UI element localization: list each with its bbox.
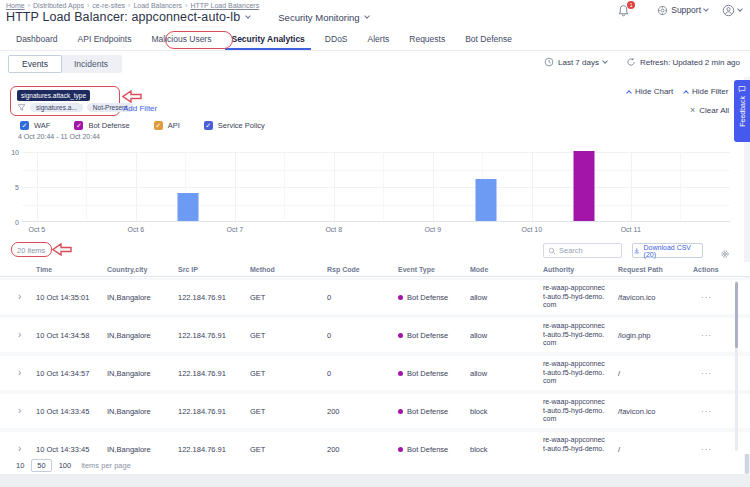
cell-rsp-code: 0 xyxy=(327,369,398,378)
refresh-button[interactable]: Refresh: Updated 2 min ago xyxy=(626,57,740,67)
tab-security-analytics[interactable]: Security Analytics xyxy=(225,30,310,50)
monitoring-mode-select[interactable]: Security Monitoring xyxy=(278,12,368,23)
tab-requests[interactable]: Requests xyxy=(403,30,451,50)
table-row[interactable]: ›10 Oct 14:33:45IN,Bangalore122.184.76.9… xyxy=(0,432,750,454)
incidents-button[interactable]: Incidents xyxy=(60,55,122,73)
row-actions-menu-icon[interactable]: ··· xyxy=(693,445,750,454)
x-axis-tick-label: Oct 5 xyxy=(28,226,45,233)
chevron-down-icon[interactable] xyxy=(245,13,251,19)
user-menu[interactable] xyxy=(722,4,742,17)
items-count-label: 20 items xyxy=(17,246,45,255)
legend-item-waf[interactable]: ✓WAF xyxy=(20,121,50,130)
cell-request-path: /login.php xyxy=(618,331,693,340)
annotation-arrow-filter xyxy=(122,90,142,103)
legend-item-bot-defense[interactable]: ✓Bot Defense xyxy=(74,121,129,130)
breadcrumb-item-http-load-balancers[interactable]: HTTP Load Balancers xyxy=(190,2,259,9)
cell-event-type: Bot Defense xyxy=(398,407,470,416)
notification-bell-icon[interactable]: 1 xyxy=(617,3,631,17)
y-axis-tick-label: 10 xyxy=(6,149,19,156)
table-row[interactable]: ›10 Oct 14:34:58IN,Bangalore122.184.76.9… xyxy=(0,318,750,352)
row-expand-chevron-icon[interactable]: › xyxy=(0,369,36,377)
row-actions-menu-icon[interactable]: ··· xyxy=(693,331,750,340)
table-row[interactable]: ›10 Oct 14:33:45IN,Bangalore122.184.76.9… xyxy=(0,394,750,428)
search-input[interactable] xyxy=(559,246,617,255)
table-row[interactable]: ›10 Oct 14:34:57IN,Bangalore122.184.76.9… xyxy=(0,356,750,390)
column-header-mode[interactable]: Mode xyxy=(470,266,543,273)
chart-bar-waf[interactable] xyxy=(178,193,199,221)
tab-ddos[interactable]: DDoS xyxy=(319,30,354,50)
row-actions-menu-icon[interactable]: ··· xyxy=(693,369,750,378)
clear-all-button[interactable]: × Clear All xyxy=(690,105,729,115)
table-header: TimeCountry,citySrc IPMethodRsp CodeEven… xyxy=(0,262,750,277)
legend-item-service-policy[interactable]: ✓Service Policy xyxy=(204,121,265,130)
time-range-select[interactable]: Last 7 days xyxy=(544,57,607,67)
column-header-src-ip[interactable]: Src IP xyxy=(178,266,250,273)
support-menu[interactable]: Support xyxy=(657,5,708,16)
feedback-label: Feedback xyxy=(739,96,746,127)
row-expand-chevron-icon[interactable]: › xyxy=(0,407,36,415)
add-filter-button[interactable]: Add Filter xyxy=(123,104,157,113)
table-scrollbar-thumb[interactable] xyxy=(735,282,738,348)
page-size-option-10[interactable]: 10 xyxy=(16,461,24,470)
chevron-down-icon xyxy=(602,58,608,64)
cell-rsp-code: 200 xyxy=(327,407,398,416)
breadcrumb-item-home[interactable]: Home xyxy=(6,2,25,9)
tab-alerts[interactable]: Alerts xyxy=(362,30,396,50)
chart-bar-bot-defense[interactable] xyxy=(574,151,595,221)
row-expand-chevron-icon[interactable]: › xyxy=(0,293,36,301)
filter-field-chip[interactable]: signatures.a... xyxy=(30,103,83,112)
events-incidents-toggle: Events Incidents xyxy=(8,55,122,73)
column-header-actions[interactable]: Actions xyxy=(693,266,750,273)
column-header-country-city[interactable]: Country,city xyxy=(107,266,178,273)
row-actions-menu-icon[interactable]: ··· xyxy=(693,293,750,302)
tab-bot-defense[interactable]: Bot Defense xyxy=(459,30,518,50)
tab-dashboard[interactable]: Dashboard xyxy=(10,30,64,50)
x-axis-tick-label: Oct 9 xyxy=(424,226,441,233)
checkbox-checked-icon[interactable]: ✓ xyxy=(74,121,83,130)
event-type-label: Bot Defense xyxy=(407,369,448,378)
checkbox-checked-icon[interactable]: ✓ xyxy=(154,121,163,130)
column-header-event-type[interactable]: Event Type xyxy=(398,266,470,273)
x-axis-tick-label: Oct 8 xyxy=(325,226,342,233)
gridline xyxy=(235,152,236,221)
hide-filter-button[interactable]: Hide Filter xyxy=(684,87,728,96)
breadcrumb-item-load-balancers[interactable]: Load Balancers xyxy=(133,2,182,9)
events-button[interactable]: Events xyxy=(8,55,62,73)
column-header-time[interactable]: Time xyxy=(36,266,107,273)
chart-plot-area: Oct 5Oct 6Oct 7Oct 8Oct 9Oct 10Oct 11051… xyxy=(22,152,730,222)
tab-malicious-users[interactable]: Malicious Users xyxy=(145,30,217,50)
column-header-authority[interactable]: Authority xyxy=(543,266,618,273)
filter-search-input[interactable]: signatures.attack_type xyxy=(17,90,90,101)
cell-mode: allow xyxy=(470,331,543,340)
chart-bar-waf[interactable] xyxy=(476,179,497,221)
time-controls: Last 7 days Refresh: Updated 2 min ago xyxy=(530,57,740,67)
cell-country-city: IN,Bangalore xyxy=(107,331,178,340)
column-header-rsp-code[interactable]: Rsp Code xyxy=(327,266,398,273)
page-size-option-50[interactable]: 50 xyxy=(31,459,51,472)
clock-icon xyxy=(544,57,554,67)
hide-chart-button[interactable]: Hide Chart xyxy=(627,87,673,96)
checkbox-checked-icon[interactable]: ✓ xyxy=(204,121,213,130)
feedback-tab[interactable]: Feedback xyxy=(734,80,750,142)
row-expand-chevron-icon[interactable]: › xyxy=(0,331,36,339)
tab-api-endpoints[interactable]: API Endpoints xyxy=(72,30,138,50)
chevron-up-icon xyxy=(626,90,632,96)
row-actions-menu-icon[interactable]: ··· xyxy=(693,407,750,416)
breadcrumb: Home›Distributed Apps›ce-re-sites›Load B… xyxy=(6,2,259,9)
download-csv-label: Download CSV (20) xyxy=(644,244,702,258)
legend-item-api[interactable]: ✓API xyxy=(154,121,180,130)
breadcrumb-item-distributed-apps[interactable]: Distributed Apps xyxy=(33,2,84,9)
cell-src-ip: 122.184.76.91 xyxy=(178,445,250,454)
checkbox-checked-icon[interactable]: ✓ xyxy=(20,121,29,130)
table-row[interactable]: ›10 Oct 14:35:01IN,Bangalore122.184.76.9… xyxy=(0,280,750,314)
column-header-method[interactable]: Method xyxy=(250,266,327,273)
breadcrumb-item-ce-re-sites[interactable]: ce-re-sites xyxy=(92,2,125,9)
download-csv-button[interactable]: Download CSV (20) xyxy=(632,243,703,258)
column-header-request-path[interactable]: Request Path xyxy=(618,266,693,273)
hide-chart-label: Hide Chart xyxy=(635,87,673,96)
chart-legend: ✓WAF✓Bot Defense✓API✓Service Policy xyxy=(20,121,265,130)
table-settings-button[interactable] xyxy=(720,244,730,262)
cell-method: GET xyxy=(250,293,327,302)
row-expand-chevron-icon[interactable]: › xyxy=(0,445,36,453)
page-size-option-100[interactable]: 100 xyxy=(59,461,72,470)
